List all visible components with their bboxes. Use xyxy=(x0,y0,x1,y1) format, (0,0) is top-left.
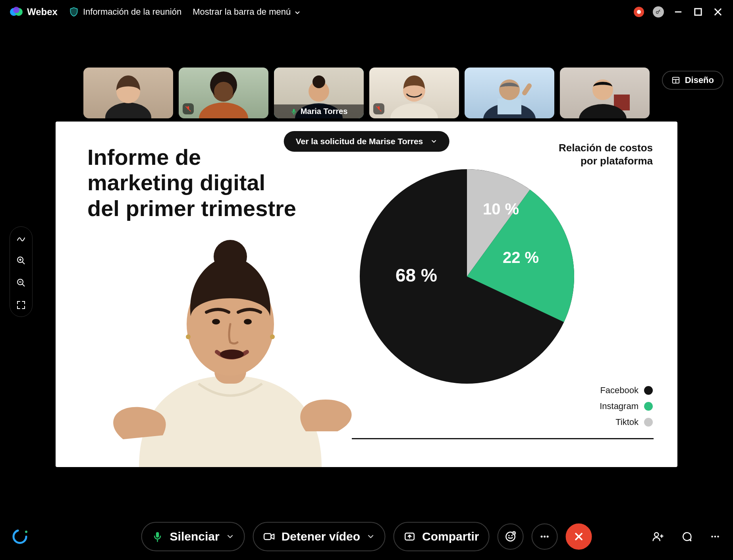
svg-point-14 xyxy=(312,75,325,88)
window-close-button[interactable] xyxy=(712,6,723,17)
slide-title: Informe de marketing digital del primer … xyxy=(87,145,296,221)
pie-slice-label: 68 % xyxy=(395,265,437,286)
svg-point-48 xyxy=(511,535,513,537)
zoom-out-button[interactable] xyxy=(15,277,27,289)
meeting-info-label: Información de la reunión xyxy=(83,7,181,17)
titlebar: Webex Información de la reunión Mostrar … xyxy=(0,0,733,24)
annotation-toolbar xyxy=(10,226,33,317)
participant-tile-active[interactable]: Maria Torres xyxy=(274,68,364,118)
fit-to-window-button[interactable] xyxy=(15,299,27,311)
svg-point-40 xyxy=(186,334,191,339)
svg-point-6 xyxy=(105,102,151,118)
end-call-button[interactable] xyxy=(565,523,592,550)
more-options-icon[interactable] xyxy=(708,530,722,543)
svg-line-27 xyxy=(22,262,25,264)
layout-button[interactable]: Diseño xyxy=(662,71,723,90)
participant-tile[interactable] xyxy=(83,68,173,118)
window-minimize-button[interactable] xyxy=(673,6,684,17)
svg-point-19 xyxy=(499,79,520,100)
annotate-button[interactable] xyxy=(15,232,27,244)
svg-point-38 xyxy=(244,319,252,324)
encryption-indicator[interactable] xyxy=(653,6,664,17)
meeting-controls: Silenciar Detener vídeo Compartir xyxy=(0,513,733,560)
active-speaker-name: Maria Torres xyxy=(301,107,348,116)
presenter-overlay xyxy=(79,233,381,467)
svg-point-39 xyxy=(220,350,244,359)
svg-point-47 xyxy=(508,535,510,537)
chart-legend: Facebook Instagram Tiktok xyxy=(600,385,653,427)
muted-indicator xyxy=(373,103,384,114)
svg-point-50 xyxy=(540,536,542,538)
legend-rule xyxy=(352,438,654,439)
chat-button[interactable] xyxy=(680,530,693,543)
app-logo: Webex xyxy=(10,5,58,19)
participant-tile[interactable] xyxy=(369,68,459,118)
muted-indicator xyxy=(183,103,194,114)
microphone-icon xyxy=(152,531,164,543)
shield-icon xyxy=(69,7,79,17)
participant-tile[interactable] xyxy=(465,68,554,118)
app-name: Webex xyxy=(27,6,58,17)
reactions-button[interactable] xyxy=(497,523,523,550)
svg-rect-5 xyxy=(695,9,701,15)
participant-tile[interactable] xyxy=(179,68,268,118)
chart-title-line: Relación de costos xyxy=(559,141,653,154)
svg-rect-18 xyxy=(498,98,521,114)
svg-point-2 xyxy=(13,7,19,13)
layout-grid-icon xyxy=(671,76,680,85)
chart-title-line: por plataforma xyxy=(559,154,653,168)
legend-item: Tiktok xyxy=(615,417,653,427)
legend-item: Facebook xyxy=(600,385,653,396)
mute-button[interactable]: Silenciar xyxy=(141,522,245,551)
svg-point-11 xyxy=(214,82,233,101)
pie-slice-label: 22 % xyxy=(503,249,539,266)
slide-title-line: Informe de xyxy=(87,145,296,170)
share-screen-icon xyxy=(404,531,416,543)
svg-point-53 xyxy=(654,533,658,537)
legend-swatch xyxy=(644,386,653,395)
svg-point-42 xyxy=(14,530,26,543)
svg-point-55 xyxy=(714,536,716,538)
svg-point-41 xyxy=(270,334,275,339)
share-button-label: Compartir xyxy=(422,530,479,543)
meeting-controls-center: Silenciar Detener vídeo Compartir xyxy=(141,522,592,551)
slide-title-line: marketing digital xyxy=(87,170,296,195)
show-menubar-label: Mostrar la barra de menú xyxy=(193,7,291,17)
stop-video-button[interactable]: Detener vídeo xyxy=(253,522,386,551)
camera-icon xyxy=(263,531,275,543)
pie-slice-label: 10 % xyxy=(483,200,519,218)
svg-point-15 xyxy=(390,103,438,118)
legend-swatch xyxy=(644,402,653,411)
stop-video-label: Detener vídeo xyxy=(282,530,360,543)
participant-tile[interactable] xyxy=(560,68,650,118)
chevron-down-icon[interactable] xyxy=(366,532,375,541)
meeting-info-button[interactable]: Información de la reunión xyxy=(69,7,181,17)
svg-point-56 xyxy=(717,536,719,538)
avatar xyxy=(579,71,631,118)
record-indicator[interactable] xyxy=(634,7,644,17)
view-request-label: Ver la solicitud de Marise Torres xyxy=(296,137,423,146)
legend-label: Instagram xyxy=(600,401,638,411)
titlebar-right xyxy=(634,6,723,17)
view-request-button[interactable]: Ver la solicitud de Marise Torres xyxy=(284,131,449,152)
show-menubar-button[interactable]: Mostrar la barra de menú xyxy=(193,7,301,17)
microphone-icon xyxy=(290,108,297,115)
mute-button-label: Silenciar xyxy=(170,530,220,543)
svg-point-54 xyxy=(711,536,713,538)
legend-swatch xyxy=(644,418,653,427)
share-button[interactable]: Compartir xyxy=(394,522,489,551)
shared-content: Ver la solicitud de Marise Torres Inform… xyxy=(56,122,677,467)
more-options-button[interactable] xyxy=(531,523,557,550)
participants-button[interactable] xyxy=(651,530,665,543)
ai-assistant-icon[interactable] xyxy=(11,528,29,545)
svg-point-37 xyxy=(212,319,220,324)
active-speaker-namebar: Maria Torres xyxy=(274,104,364,118)
svg-line-31 xyxy=(22,284,25,286)
slide-title-line: del primer trimestre xyxy=(87,196,296,221)
legend-label: Tiktok xyxy=(615,417,638,427)
zoom-in-button[interactable] xyxy=(15,255,27,266)
svg-point-51 xyxy=(544,536,546,538)
pie-chart: 68 % 22 % 10 % xyxy=(360,169,574,384)
window-maximize-button[interactable] xyxy=(692,6,704,17)
chevron-down-icon[interactable] xyxy=(226,532,235,541)
